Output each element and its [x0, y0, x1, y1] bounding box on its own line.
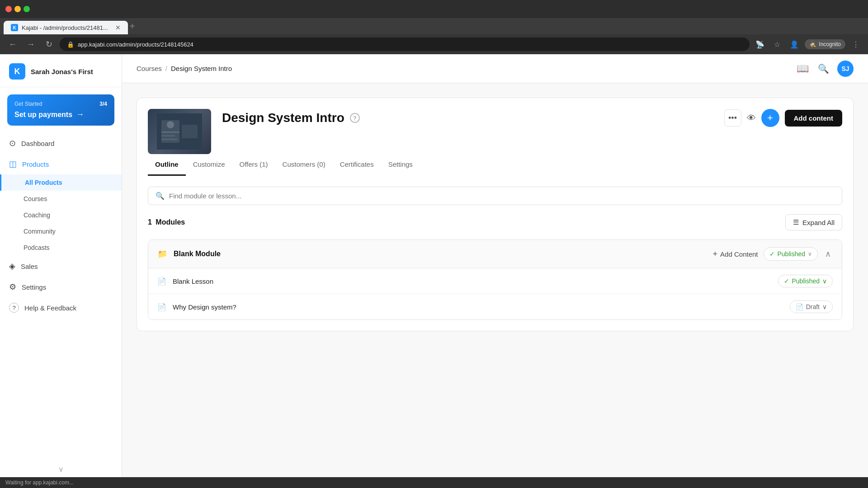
svg-rect-2 — [182, 125, 198, 138]
get-started-title: Set up payments → — [14, 110, 107, 119]
address-bar[interactable]: 🔒 — [60, 38, 750, 51]
search-icon[interactable]: 🔍 — [816, 62, 830, 75]
lesson-chevron-icon: ∨ — [822, 277, 827, 285]
add-content-button[interactable]: Add content — [785, 110, 843, 127]
breadcrumb-courses-link[interactable]: Courses — [137, 65, 162, 72]
preview-button[interactable]: 👁 — [747, 113, 756, 123]
dashboard-icon: ⊙ — [9, 138, 16, 148]
sidebar-item-all-products[interactable]: All Products — [0, 174, 122, 191]
sidebar-brand: Sarah Jonas's First — [31, 68, 93, 75]
sidebar-header: K Sarah Jonas's First — [0, 54, 122, 87]
lesson-title[interactable]: Why Design system? — [173, 303, 783, 311]
lesson-title[interactable]: Blank Lesson — [173, 277, 772, 285]
course-title: Design System Intro — [222, 111, 344, 125]
module-container: 📁 Blank Module + Add Content ✓ Published… — [148, 239, 842, 320]
course-header: Design System Intro ? ••• 👁 + Add conten… — [137, 98, 854, 154]
sidebar-sub-menu: All Products Courses Coaching Community … — [0, 174, 122, 256]
products-icon: ◫ — [9, 159, 17, 169]
profile-icon[interactable]: 👤 — [788, 38, 801, 51]
svg-rect-4 — [161, 131, 179, 133]
draft-chevron-icon: ∨ — [822, 303, 827, 310]
tab-offers[interactable]: Offers (1) — [232, 154, 275, 176]
tab-customers[interactable]: Customers (0) — [275, 154, 333, 176]
module-header: 📁 Blank Module + Add Content ✓ Published… — [148, 240, 842, 268]
expand-all-button[interactable]: ☰ Expand All — [785, 214, 842, 230]
address-bar-row: ← → ↻ 🔒 📡 ☆ 👤 🕵 Incognito ⋮ — [0, 34, 868, 54]
top-header: Courses / Design System Intro 📖 🔍 SJ — [122, 54, 868, 83]
avatar[interactable]: SJ — [837, 61, 854, 77]
module-actions: + Add Content ✓ Published ∨ ∧ — [713, 247, 833, 261]
header-actions: 📖 🔍 SJ — [796, 61, 854, 77]
tab-customize[interactable]: Customize — [186, 154, 232, 176]
course-title-row: Design System Intro ? ••• 👁 + Add conten… — [222, 109, 842, 127]
get-started-arrow-icon: → — [76, 110, 84, 119]
svg-rect-5 — [161, 135, 175, 136]
sidebar-item-dashboard[interactable]: ⊙ Dashboard — [0, 133, 122, 154]
tab-favicon: K — [11, 24, 18, 31]
search-input[interactable] — [169, 192, 835, 200]
add-content-module-button[interactable]: + Add Content — [713, 249, 758, 259]
published-check-icon: ✓ — [769, 250, 775, 258]
menu-icon[interactable]: ⋮ — [849, 38, 863, 51]
draft-doc-icon: 📄 — [796, 303, 803, 310]
bookmark-icon[interactable]: ☆ — [770, 38, 784, 51]
breadcrumb-separator: / — [165, 65, 167, 72]
library-icon[interactable]: 📖 — [796, 62, 809, 75]
published-chevron-icon: ∨ — [808, 251, 812, 257]
sidebar-item-courses[interactable]: Courses — [0, 191, 122, 207]
folder-icon: 📁 — [157, 249, 167, 259]
new-tab-button[interactable]: + — [130, 21, 135, 32]
tab-certificates[interactable]: Certificates — [333, 154, 381, 176]
lesson-published-badge[interactable]: ✓ Published ∨ — [778, 275, 833, 287]
url-input[interactable] — [78, 41, 742, 48]
tab-settings[interactable]: Settings — [381, 154, 420, 176]
tab-bar: K Kajabi - /admin/products/21481... ✕ + — [0, 18, 868, 34]
window-controls[interactable] — [5, 6, 30, 12]
get-started-count: 3/4 — [99, 101, 107, 107]
tab-close-button[interactable]: ✕ — [115, 24, 121, 31]
forward-button[interactable]: → — [24, 37, 38, 52]
expand-all-icon: ☰ — [793, 218, 799, 226]
sidebar-nav: ⊙ Dashboard ◫ Products All Products Cour… — [0, 129, 122, 461]
modules-header: 1 Modules ☰ Expand All — [148, 214, 842, 230]
sidebar-item-products[interactable]: ◫ Products — [0, 154, 122, 174]
sidebar-item-coaching[interactable]: Coaching — [0, 207, 122, 223]
lesson-doc-icon: 📄 — [157, 303, 166, 311]
breadcrumb-current: Design System Intro — [171, 65, 232, 72]
lesson-item: 📄 Blank Lesson ✓ Published ∨ — [148, 268, 842, 294]
sidebar-item-podcasts[interactable]: Podcasts — [0, 239, 122, 256]
lesson-draft-badge[interactable]: 📄 Draft ∨ — [790, 300, 833, 313]
module-title: Blank Module — [174, 250, 707, 258]
sidebar-item-settings[interactable]: ⚙ Settings — [0, 277, 122, 297]
sidebar-item-label: Products — [22, 160, 49, 168]
minimize-window-button[interactable] — [14, 6, 21, 12]
sidebar-scroll-down[interactable]: ∨ — [0, 461, 122, 477]
refresh-button[interactable]: ↻ — [42, 37, 56, 52]
more-options-button[interactable]: ••• — [724, 109, 741, 127]
tab-outline[interactable]: Outline — [148, 154, 186, 176]
kajabi-logo: K — [9, 63, 25, 80]
course-help-icon[interactable]: ? — [350, 113, 360, 123]
close-window-button[interactable] — [5, 6, 12, 12]
back-button[interactable]: ← — [5, 37, 20, 52]
sidebar-item-help[interactable]: ? Help & Feedback — [0, 297, 122, 318]
search-bar: 🔍 — [148, 187, 842, 205]
course-info: Design System Intro ? ••• 👁 + Add conten… — [222, 109, 842, 127]
cast-icon[interactable]: 📡 — [753, 38, 767, 51]
add-content-plus-icon: + — [713, 249, 718, 259]
maximize-window-button[interactable] — [24, 6, 30, 12]
browser-tab[interactable]: K Kajabi - /admin/products/21481... ✕ — [4, 21, 128, 34]
incognito-button[interactable]: 🕵 Incognito — [805, 39, 845, 49]
module-published-badge[interactable]: ✓ Published ∨ — [764, 247, 818, 261]
sidebar-item-community[interactable]: Community — [0, 223, 122, 239]
get-started-banner[interactable]: Get Started 3/4 Set up payments → — [7, 94, 114, 126]
status-bar: Waiting for app.kajabi.com... — [0, 477, 868, 488]
plus-circle-button[interactable]: + — [761, 109, 779, 127]
sidebar-item-sales[interactable]: ◈ Sales — [0, 256, 122, 277]
collapse-module-button[interactable]: ∧ — [823, 247, 833, 261]
app-layout: K Sarah Jonas's First Get Started 3/4 Se… — [0, 54, 868, 477]
sidebar-item-label: Settings — [22, 283, 46, 291]
sidebar-item-label: Dashboard — [21, 140, 54, 147]
help-icon: ? — [9, 303, 19, 313]
course-tabs: Outline Customize Offers (1) Customers (… — [137, 154, 854, 176]
